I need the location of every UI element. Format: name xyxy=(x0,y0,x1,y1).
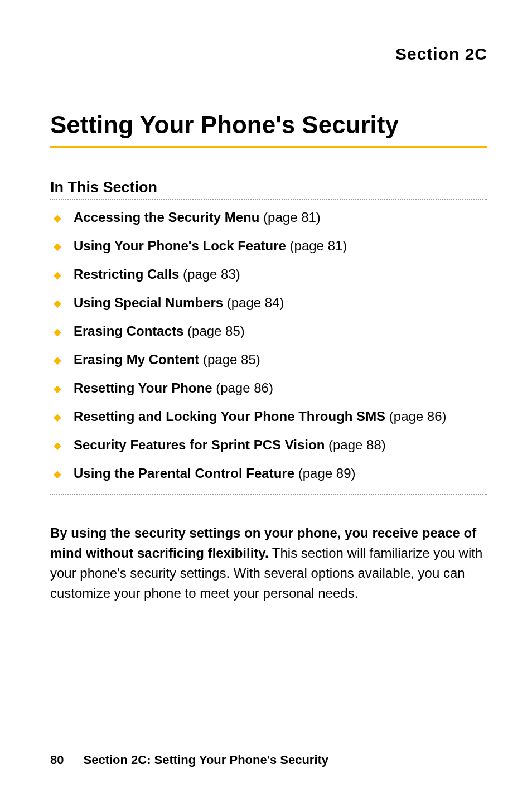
diamond-bullet-icon: ◆ xyxy=(54,297,61,309)
toc-item: ◆ Security Features for Sprint PCS Visio… xyxy=(50,437,487,453)
divider-dotted-top xyxy=(50,199,487,200)
toc-item-page: (page 86) xyxy=(385,409,446,424)
toc-item: ◆ Erasing My Content (page 85) xyxy=(50,352,487,367)
toc-item-title: Resetting and Locking Your Phone Through… xyxy=(74,409,385,424)
toc-item-page: (page 85) xyxy=(199,352,260,367)
toc-item-page: (page 85) xyxy=(183,323,244,338)
diamond-bullet-icon: ◆ xyxy=(54,240,61,253)
toc-item-title: Accessing the Security Menu xyxy=(74,210,259,225)
toc-list: ◆ Accessing the Security Menu (page 81) … xyxy=(50,210,487,481)
toc-item-page: (page 81) xyxy=(259,210,320,225)
diamond-bullet-icon: ◆ xyxy=(54,326,61,338)
toc-item-title: Security Features for Sprint PCS Vision xyxy=(74,437,325,452)
diamond-bullet-icon: ◆ xyxy=(54,212,61,224)
toc-item-page: (page 86) xyxy=(212,380,273,395)
toc-item: ◆ Using Your Phone's Lock Feature (page … xyxy=(50,238,487,254)
toc-item-title: Using Your Phone's Lock Feature xyxy=(74,238,286,253)
toc-item-title: Restricting Calls xyxy=(74,267,179,282)
body-paragraph: By using the security settings on your p… xyxy=(50,523,487,603)
toc-item-title: Erasing Contacts xyxy=(74,323,183,338)
page-footer: 80Section 2C: Setting Your Phone's Secur… xyxy=(50,753,328,767)
toc-item-page: (page 83) xyxy=(179,267,240,282)
footer-page-number: 80 xyxy=(50,753,64,767)
toc-item: ◆ Resetting and Locking Your Phone Throu… xyxy=(50,409,487,424)
main-title: Setting Your Phone's Security xyxy=(50,111,487,148)
divider-dotted-bottom xyxy=(50,494,487,495)
diamond-bullet-icon: ◆ xyxy=(54,383,61,395)
toc-item-title: Using Special Numbers xyxy=(74,295,223,310)
toc-item-title: Using the Parental Control Feature xyxy=(74,466,294,481)
subsection-title: In This Section xyxy=(50,179,487,196)
diamond-bullet-icon: ◆ xyxy=(54,269,61,281)
toc-item-title: Erasing My Content xyxy=(74,352,199,367)
toc-item: ◆ Using the Parental Control Feature (pa… xyxy=(50,466,487,481)
toc-item: ◆ Accessing the Security Menu (page 81) xyxy=(50,210,487,225)
toc-item-page: (page 89) xyxy=(294,466,355,481)
toc-item: ◆ Erasing Contacts (page 85) xyxy=(50,323,487,339)
toc-item: ◆ Using Special Numbers (page 84) xyxy=(50,295,487,311)
toc-item: ◆ Restricting Calls (page 83) xyxy=(50,267,487,282)
toc-item-title: Resetting Your Phone xyxy=(74,380,212,395)
diamond-bullet-icon: ◆ xyxy=(54,439,61,452)
toc-item-page: (page 84) xyxy=(223,295,284,310)
toc-item: ◆ Resetting Your Phone (page 86) xyxy=(50,380,487,396)
section-label: Section 2C xyxy=(50,45,487,64)
toc-item-page: (page 88) xyxy=(325,437,385,452)
diamond-bullet-icon: ◆ xyxy=(54,411,61,423)
diamond-bullet-icon: ◆ xyxy=(54,354,61,366)
diamond-bullet-icon: ◆ xyxy=(54,468,61,480)
footer-text: Section 2C: Setting Your Phone's Securit… xyxy=(83,753,328,767)
toc-item-page: (page 81) xyxy=(286,238,347,253)
